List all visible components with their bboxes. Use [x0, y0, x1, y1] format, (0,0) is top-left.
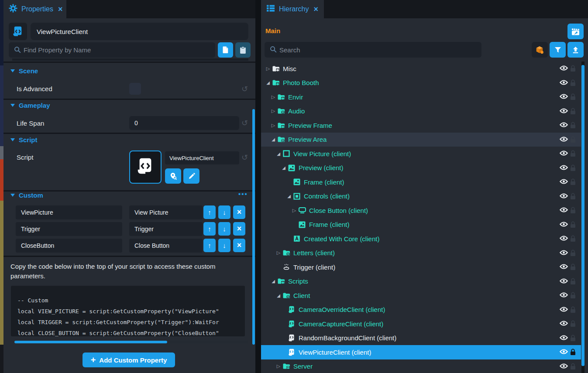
- lock-icon[interactable]: [570, 306, 577, 315]
- move-down-button[interactable]: ↓: [218, 205, 230, 219]
- expand-arrow-icon[interactable]: ▷: [265, 66, 272, 72]
- visibility-eye-icon[interactable]: [560, 363, 568, 371]
- visibility-eye-icon[interactable]: [560, 122, 568, 130]
- lock-icon[interactable]: [570, 108, 577, 116]
- lock-icon[interactable]: [570, 363, 577, 372]
- reset-icon[interactable]: ↺: [241, 154, 248, 161]
- tree-row[interactable]: RandomBackgroundClient (client): [261, 331, 581, 346]
- delete-button[interactable]: ×: [233, 239, 245, 252]
- collapse-arrow-icon[interactable]: ◢: [280, 165, 287, 170]
- tree-row[interactable]: CameraCaptureClient (client): [261, 317, 581, 331]
- visibility-eye-icon[interactable]: [560, 164, 568, 172]
- custom-prop-name[interactable]: CloseButton: [16, 239, 122, 253]
- visibility-eye-icon[interactable]: [560, 263, 568, 271]
- tree-row[interactable]: ▷Close Button (client): [261, 203, 581, 218]
- visibility-eye-icon[interactable]: [560, 292, 568, 300]
- visibility-eye-icon[interactable]: [560, 349, 568, 356]
- collapse-arrow-icon[interactable]: ◢: [285, 194, 292, 198]
- move-up-button[interactable]: ↑: [203, 239, 216, 252]
- lock-icon[interactable]: [570, 150, 577, 159]
- section-gameplay[interactable]: Gameplay: [10, 102, 50, 109]
- visibility-eye-icon[interactable]: [560, 136, 568, 144]
- lock-icon[interactable]: [570, 278, 577, 287]
- visibility-eye-icon[interactable]: [560, 320, 568, 328]
- tree-row[interactable]: Frame (client): [261, 218, 581, 232]
- visibility-eye-icon[interactable]: [560, 278, 568, 286]
- tree-row[interactable]: ViewPictureClient (client): [261, 345, 581, 359]
- life-span-input[interactable]: [129, 116, 239, 130]
- lock-icon[interactable]: [570, 250, 577, 258]
- move-down-button[interactable]: ↓: [218, 222, 230, 236]
- tree-row[interactable]: ◢View Picture (client): [261, 147, 581, 161]
- lock-icon[interactable]: [570, 335, 577, 343]
- edit-script-button[interactable]: [183, 168, 199, 184]
- copy-button[interactable]: [218, 42, 233, 58]
- cinematic-button[interactable]: [567, 24, 584, 39]
- custom-prop-value[interactable]: Close Button: [129, 239, 203, 253]
- lock-icon[interactable]: [570, 207, 577, 216]
- custom-code-block[interactable]: -- Custom local VIEW_PICTURE = script:Ge…: [11, 286, 245, 336]
- visibility-eye-icon[interactable]: [560, 108, 568, 116]
- find-property-input[interactable]: [9, 42, 215, 58]
- expand-arrow-icon[interactable]: ▷: [270, 123, 277, 128]
- move-up-button[interactable]: ↑: [203, 205, 216, 219]
- find-script-button[interactable]: [165, 168, 181, 184]
- lock-icon[interactable]: [570, 164, 577, 173]
- tree-row[interactable]: ▷Preview Frame: [261, 118, 581, 133]
- collapse-arrow-icon[interactable]: ◢: [270, 279, 277, 284]
- script-asset-slot[interactable]: [129, 151, 162, 184]
- reset-icon[interactable]: ↺: [241, 85, 248, 93]
- section-script[interactable]: Script: [10, 136, 38, 144]
- tree-row[interactable]: ▷Envir: [261, 90, 581, 104]
- template-toggle-button[interactable]: [532, 42, 548, 58]
- lock-icon[interactable]: [570, 235, 577, 244]
- lock-icon[interactable]: [570, 292, 577, 301]
- lock-icon[interactable]: [570, 193, 577, 202]
- collapse-arrow-icon[interactable]: ◢: [265, 80, 272, 85]
- tree-row[interactable]: ▷Misc: [261, 62, 581, 76]
- visibility-eye-icon[interactable]: [560, 335, 568, 342]
- tab-hierarchy[interactable]: Hierarchy ×: [261, 0, 324, 18]
- lock-icon[interactable]: [570, 122, 577, 130]
- delete-button[interactable]: ×: [233, 222, 245, 236]
- move-down-button[interactable]: ↓: [218, 239, 230, 252]
- visibility-eye-icon[interactable]: [560, 65, 568, 73]
- code-hscrollbar-thumb[interactable]: [14, 341, 167, 343]
- lock-icon[interactable]: [570, 65, 577, 74]
- lock-icon[interactable]: [570, 178, 577, 187]
- custom-prop-name[interactable]: ViewPicture: [16, 205, 122, 219]
- code-hscrollbar-track[interactable]: [14, 341, 248, 343]
- is-advanced-checkbox[interactable]: [129, 83, 141, 95]
- section-custom[interactable]: Custom: [10, 192, 43, 199]
- expand-arrow-icon[interactable]: ▷: [270, 94, 277, 100]
- visibility-eye-icon[interactable]: [560, 93, 568, 101]
- expand-arrow-icon[interactable]: ▷: [275, 250, 282, 256]
- lock-icon[interactable]: [570, 136, 577, 145]
- visibility-eye-icon[interactable]: [560, 193, 568, 201]
- tree-row[interactable]: Frame (client): [261, 175, 581, 189]
- section-scene[interactable]: Scene: [10, 67, 38, 75]
- lock-icon[interactable]: [570, 349, 577, 357]
- visibility-eye-icon[interactable]: [560, 207, 568, 215]
- custom-prop-name[interactable]: Trigger: [16, 222, 122, 236]
- custom-prop-value[interactable]: View Picture: [129, 205, 203, 219]
- tree-row[interactable]: ◢Controls (client): [261, 189, 581, 204]
- visibility-eye-icon[interactable]: [560, 306, 568, 314]
- script-name-field[interactable]: [165, 151, 239, 164]
- collapse-arrow-icon[interactable]: ◢: [270, 137, 277, 142]
- custom-prop-value[interactable]: Trigger: [129, 222, 203, 236]
- tree-row[interactable]: ▷Letters (client): [261, 246, 581, 260]
- visibility-eye-icon[interactable]: [560, 178, 568, 186]
- tree-row[interactable]: CameraOverrideClient (client): [261, 303, 581, 317]
- lock-icon[interactable]: [570, 263, 577, 272]
- tab-properties[interactable]: Properties ×: [3, 0, 66, 18]
- tree-row[interactable]: ◢Preview Area: [261, 133, 581, 147]
- tree-row[interactable]: Created With Core (client): [261, 232, 581, 246]
- tree-row[interactable]: ◢Preview (client): [261, 161, 581, 175]
- tree-row[interactable]: ▷Server: [261, 359, 581, 373]
- expand-arrow-icon[interactable]: ▷: [270, 108, 277, 114]
- tree-row[interactable]: ◢Photo Booth: [261, 76, 581, 90]
- tree-row[interactable]: Trigger (client): [261, 260, 581, 274]
- collapse-arrow-icon[interactable]: ◢: [275, 151, 282, 156]
- properties-vscrollbar-thumb[interactable]: [252, 109, 255, 345]
